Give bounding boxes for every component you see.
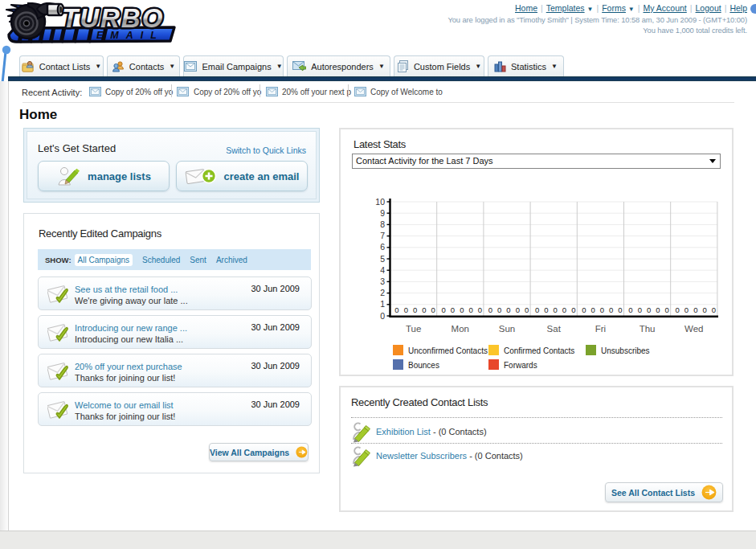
svg-text:Wed: Wed	[684, 324, 703, 334]
svg-text:Thu: Thu	[640, 324, 656, 334]
svg-text:3: 3	[380, 277, 385, 286]
svg-text:0: 0	[590, 305, 595, 314]
svg-text:0: 0	[380, 311, 385, 321]
svg-text:0: 0	[638, 305, 642, 314]
svg-text:0: 0	[497, 305, 501, 314]
svg-text:Forwards: Forwards	[504, 361, 537, 370]
svg-text:6: 6	[380, 242, 385, 252]
svg-text:Sat: Sat	[547, 324, 562, 334]
svg-text:0: 0	[600, 305, 604, 314]
svg-text:0: 0	[413, 305, 417, 314]
svg-text:Sun: Sun	[499, 324, 515, 334]
svg-text:0: 0	[394, 305, 398, 314]
svg-text:0: 0	[609, 305, 613, 314]
svg-text:0: 0	[656, 305, 660, 314]
svg-text:Mon: Mon	[452, 324, 469, 334]
svg-text:0: 0	[478, 305, 482, 314]
svg-text:0: 0	[516, 305, 520, 314]
svg-text:Unsubscribes: Unsubscribes	[601, 346, 650, 355]
svg-text:0: 0	[712, 305, 716, 314]
svg-text:0: 0	[628, 305, 632, 314]
svg-text:8: 8	[380, 219, 385, 229]
svg-text:2: 2	[380, 288, 385, 297]
svg-text:0: 0	[647, 305, 651, 314]
svg-text:0: 0	[676, 305, 680, 314]
svg-text:0: 0	[488, 305, 492, 314]
svg-text:0: 0	[693, 305, 697, 314]
svg-text:0: 0	[618, 305, 622, 314]
svg-text:Fri: Fri	[595, 324, 606, 334]
svg-text:0: 0	[451, 305, 455, 314]
svg-text:TURBO: TURBO	[62, 3, 164, 33]
svg-text:0: 0	[665, 305, 669, 314]
svg-text:1: 1	[380, 299, 385, 309]
svg-text:Tue: Tue	[406, 324, 421, 334]
svg-text:Bounces: Bounces	[408, 361, 439, 370]
svg-text:0: 0	[554, 305, 558, 314]
svg-text:0: 0	[544, 305, 548, 314]
svg-text:5: 5	[380, 254, 385, 264]
svg-text:0: 0	[506, 305, 510, 314]
svg-text:0: 0	[562, 305, 566, 314]
svg-text:9: 9	[380, 208, 385, 218]
svg-text:7: 7	[380, 231, 385, 240]
svg-text:0: 0	[535, 305, 539, 314]
svg-text:0: 0	[468, 305, 472, 314]
svg-text:0: 0	[460, 305, 464, 314]
svg-text:4: 4	[380, 265, 385, 275]
svg-text:0: 0	[442, 305, 446, 314]
svg-text:0: 0	[431, 305, 435, 314]
svg-text:Unconfirmed Contacts: Unconfirmed Contacts	[408, 346, 488, 355]
svg-text:10: 10	[375, 197, 385, 207]
svg-text:Confirmed Contacts: Confirmed Contacts	[504, 346, 574, 355]
svg-text:0: 0	[582, 305, 586, 314]
svg-text:0: 0	[525, 305, 529, 314]
svg-text:0: 0	[684, 305, 689, 314]
svg-text:0: 0	[422, 305, 426, 314]
svg-text:0: 0	[571, 305, 575, 314]
svg-text:0: 0	[702, 305, 706, 314]
svg-text:0: 0	[404, 305, 408, 314]
